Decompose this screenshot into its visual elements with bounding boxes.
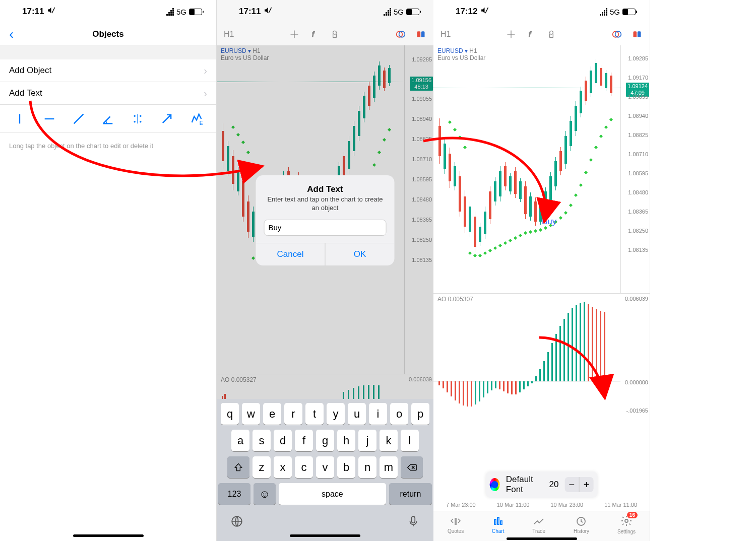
decrease-font-button[interactable]: − xyxy=(565,477,580,492)
elliott-tool[interactable]: E xyxy=(190,112,204,126)
svg-text:f: f xyxy=(529,30,532,38)
objects-icon[interactable] xyxy=(546,29,557,40)
key-c[interactable]: c xyxy=(295,456,313,478)
key-i[interactable]: i xyxy=(369,403,387,425)
svg-rect-32 xyxy=(638,31,641,37)
angle-tool[interactable] xyxy=(101,112,115,126)
key-z[interactable]: z xyxy=(253,456,271,478)
shift-key[interactable] xyxy=(227,456,249,478)
key-s[interactable]: s xyxy=(253,430,271,451)
candlesticks xyxy=(433,45,620,293)
add-text-row[interactable]: Add Text › xyxy=(0,82,216,105)
font-picker[interactable]: Default Font xyxy=(506,475,543,495)
svg-point-37 xyxy=(625,519,628,522)
status-network: 5G xyxy=(176,8,186,16)
key-r[interactable]: r xyxy=(284,403,302,425)
key-t[interactable]: t xyxy=(305,403,324,425)
svg-rect-23 xyxy=(412,516,415,523)
settings-badge: 16 xyxy=(627,512,638,518)
key-b[interactable]: b xyxy=(337,456,355,478)
chart-area[interactable]: EURUSD ▾ H1 Euro vs US Dollar 1.09285 1.… xyxy=(217,45,433,399)
horizontal-line-tool[interactable] xyxy=(42,112,56,126)
svg-point-4 xyxy=(134,115,136,117)
key-d[interactable]: d xyxy=(274,430,292,451)
key-m[interactable]: m xyxy=(380,456,398,478)
svg-rect-35 xyxy=(500,521,502,524)
mute-icon xyxy=(47,6,55,17)
globe-key[interactable] xyxy=(230,515,243,530)
back-button[interactable]: ‹ xyxy=(4,26,19,42)
svg-rect-31 xyxy=(634,31,637,37)
one-click-icon[interactable] xyxy=(611,29,622,40)
tab-settings[interactable]: 16 Settings xyxy=(617,515,636,534)
key-g[interactable]: g xyxy=(316,430,334,451)
key-a[interactable]: a xyxy=(231,430,249,451)
tab-quotes[interactable]: Quotes xyxy=(448,515,464,534)
cancel-button[interactable]: Cancel xyxy=(256,243,326,265)
key-o[interactable]: o xyxy=(390,403,408,425)
crosshair-icon[interactable] xyxy=(289,29,300,40)
one-click-icon[interactable] xyxy=(395,29,406,40)
status-time: 17:12 xyxy=(456,7,477,17)
tab-chart[interactable]: Chart xyxy=(492,515,504,534)
crosshair-icon[interactable] xyxy=(506,29,517,40)
object-tools-row: E xyxy=(0,105,216,133)
vertical-line-tool[interactable] xyxy=(13,112,27,126)
buy-text-object[interactable]: Buy xyxy=(542,217,556,227)
svg-line-3 xyxy=(74,114,84,123)
svg-rect-19 xyxy=(421,31,425,37)
key-l[interactable]: l xyxy=(401,430,419,451)
new-order-icon[interactable] xyxy=(632,29,643,40)
dialog-text-input[interactable] xyxy=(264,220,387,236)
home-indicator[interactable] xyxy=(507,537,577,540)
function-icon[interactable]: f xyxy=(526,29,537,40)
home-indicator[interactable] xyxy=(73,534,144,537)
nav-bar: ‹ Objects xyxy=(0,23,216,45)
signal-icon xyxy=(384,8,391,16)
key-p[interactable]: p xyxy=(411,403,429,425)
numbers-key[interactable]: 123 xyxy=(218,483,250,505)
return-key[interactable]: return xyxy=(389,483,432,505)
key-x[interactable]: x xyxy=(274,456,292,478)
chart-area[interactable]: EURUSD ▾ H1 Euro vs US Dollar 1.09285 1.… xyxy=(433,45,650,541)
text-format-bar: Default Font 20 − + xyxy=(485,471,598,498)
add-object-row[interactable]: Add Object › xyxy=(0,59,216,82)
space-key[interactable]: space xyxy=(279,483,386,505)
key-n[interactable]: n xyxy=(358,456,376,478)
trend-line-tool[interactable] xyxy=(72,112,86,126)
tab-trade[interactable]: Trade xyxy=(532,515,545,534)
key-y[interactable]: y xyxy=(327,403,345,425)
key-v[interactable]: v xyxy=(316,456,334,478)
new-order-icon[interactable] xyxy=(415,29,426,40)
key-f[interactable]: f xyxy=(295,430,313,451)
key-h[interactable]: h xyxy=(337,430,355,451)
function-icon[interactable]: f xyxy=(309,29,320,40)
add-object-label: Add Object xyxy=(9,65,51,76)
emoji-key[interactable]: ☺ xyxy=(254,483,276,505)
key-e[interactable]: e xyxy=(263,403,281,425)
color-picker-button[interactable] xyxy=(489,478,500,491)
key-k[interactable]: k xyxy=(380,430,398,451)
timeframe-button[interactable]: H1 xyxy=(440,30,451,39)
svg-text:f: f xyxy=(312,30,315,38)
timeframe-button[interactable]: H1 xyxy=(224,30,234,39)
backspace-key[interactable] xyxy=(401,456,423,478)
key-j[interactable]: j xyxy=(358,430,376,451)
keyboard[interactable]: qwertyuiop asdfghjkl zxcvbnm 123 ☺ space… xyxy=(217,399,433,541)
objects-icon[interactable] xyxy=(329,29,340,40)
fibonacci-tool[interactable] xyxy=(131,112,145,126)
svg-point-15 xyxy=(333,31,337,34)
increase-font-button[interactable]: + xyxy=(579,477,594,492)
status-time: 17:11 xyxy=(239,7,261,17)
arrow-tool[interactable] xyxy=(160,112,174,126)
mic-key[interactable] xyxy=(407,515,420,530)
signal-icon xyxy=(600,8,607,16)
key-u[interactable]: u xyxy=(348,403,366,425)
tab-history[interactable]: History xyxy=(574,515,589,534)
key-w[interactable]: w xyxy=(242,403,260,425)
ok-button[interactable]: OK xyxy=(326,243,395,265)
dialog-title: Add Text xyxy=(264,184,387,194)
key-q[interactable]: q xyxy=(221,403,239,425)
nav-title: Objects xyxy=(92,29,123,39)
home-indicator[interactable] xyxy=(290,534,360,537)
